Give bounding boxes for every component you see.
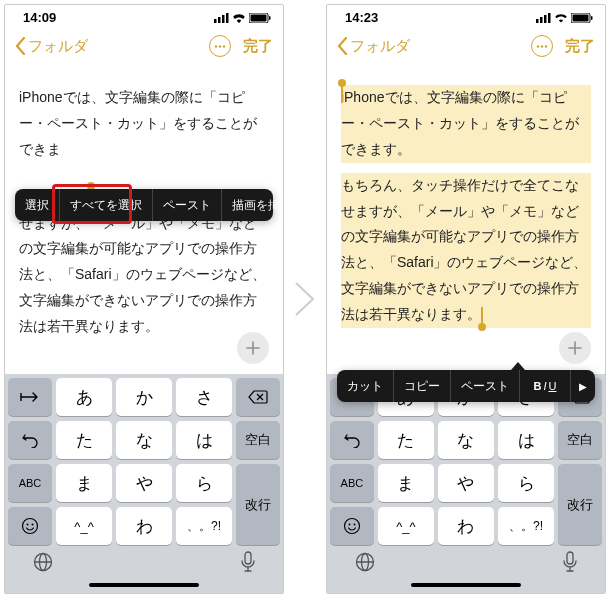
svg-point-25 <box>537 45 539 47</box>
popover-select-all[interactable]: すべてを選択 <box>60 189 153 221</box>
home-indicator[interactable] <box>89 583 199 587</box>
more-button[interactable] <box>531 35 553 57</box>
svg-rect-3 <box>226 13 229 23</box>
key-sa[interactable]: さ <box>176 378 232 416</box>
svg-rect-2 <box>222 15 225 23</box>
paragraph-2: もちろん、タッチ操作だけで全てこなせますが、「メール」や「メモ」などの文字編集が… <box>341 173 591 328</box>
nav-bar: フォルダ 完了 <box>327 27 605 65</box>
key-face[interactable]: ^_^ <box>378 507 434 545</box>
key-punct[interactable]: 、。?! <box>176 507 232 545</box>
key-undo[interactable] <box>8 421 52 459</box>
key-return[interactable]: 改行 <box>236 464 280 545</box>
key-wa[interactable]: わ <box>438 507 494 545</box>
svg-point-7 <box>215 45 217 47</box>
key-ha[interactable]: は <box>176 421 232 459</box>
key-space[interactable]: 空白 <box>236 421 280 459</box>
key-na[interactable]: な <box>116 421 172 459</box>
popover-insert-drawing[interactable]: 描画を挿入 <box>222 189 284 221</box>
more-button[interactable] <box>209 35 231 57</box>
key-wa[interactable]: わ <box>116 507 172 545</box>
svg-rect-24 <box>591 16 593 20</box>
svg-rect-35 <box>567 552 573 564</box>
key-emoji[interactable] <box>330 507 374 545</box>
svg-rect-18 <box>536 19 539 23</box>
home-indicator[interactable] <box>411 583 521 587</box>
svg-point-27 <box>545 45 547 47</box>
back-label: フォルダ <box>28 37 88 56</box>
popover-copy[interactable]: コピー <box>394 370 451 402</box>
triangle-right-icon: ▶ <box>579 381 587 392</box>
key-punct[interactable]: 、。?! <box>498 507 554 545</box>
key-arrow[interactable] <box>8 378 52 416</box>
svg-point-31 <box>353 524 355 526</box>
keyboard: あ か さ た な は 空白 ABC ま や ら 改行 ^_^ わ 、。?! <box>5 374 283 593</box>
key-ta[interactable]: た <box>56 421 112 459</box>
popover-paste[interactable]: ペースト <box>451 370 520 402</box>
key-emoji[interactable] <box>8 507 52 545</box>
chevron-left-icon <box>15 37 26 55</box>
done-button[interactable]: 完了 <box>565 37 595 56</box>
key-ma[interactable]: ま <box>378 464 434 502</box>
mic-icon <box>240 551 256 573</box>
popover-tail <box>511 362 525 370</box>
globe-icon <box>32 551 54 573</box>
undo-icon <box>21 432 39 448</box>
paragraph-1: iPhoneでは、文字編集の際に「コピー・ペースト・カット」をすることができます… <box>341 85 591 163</box>
popover-biu[interactable]: BIU <box>520 370 571 402</box>
plus-icon <box>245 340 261 356</box>
globe-button[interactable] <box>354 551 376 578</box>
key-na[interactable]: な <box>438 421 494 459</box>
mic-button[interactable] <box>240 551 256 578</box>
svg-point-13 <box>32 524 34 526</box>
ellipsis-icon <box>536 45 548 48</box>
nav-bar: フォルダ 完了 <box>5 27 283 65</box>
chevron-left-icon <box>337 37 348 55</box>
key-ma[interactable]: ま <box>56 464 112 502</box>
add-button[interactable] <box>237 332 269 364</box>
globe-button[interactable] <box>32 551 54 578</box>
popover-cut[interactable]: カット <box>337 370 394 402</box>
key-a[interactable]: あ <box>56 378 112 416</box>
delete-icon <box>248 390 268 404</box>
phone-right: 14:23 フォルダ 完了 iPhoneでは、文字編集の際に「コ <box>326 4 606 594</box>
key-face[interactable]: ^_^ <box>56 507 112 545</box>
add-button[interactable] <box>559 332 591 364</box>
key-ya[interactable]: や <box>438 464 494 502</box>
globe-icon <box>354 551 376 573</box>
key-ra[interactable]: ら <box>498 464 554 502</box>
key-space[interactable]: 空白 <box>558 421 602 459</box>
keyboard: あ か さ た な は 空白 ABC ま や ら 改行 ^_^ わ 、。?! <box>327 374 605 593</box>
transition-arrow <box>292 279 318 319</box>
svg-point-26 <box>541 45 543 47</box>
status-icons <box>536 13 593 23</box>
status-bar: 14:09 <box>5 5 283 27</box>
key-abc[interactable]: ABC <box>8 464 52 502</box>
key-abc[interactable]: ABC <box>330 464 374 502</box>
key-ta[interactable]: た <box>378 421 434 459</box>
key-delete[interactable] <box>236 378 280 416</box>
key-return[interactable]: 改行 <box>558 464 602 545</box>
done-button[interactable]: 完了 <box>243 37 273 56</box>
selection-start-handle[interactable] <box>341 87 343 103</box>
selection-end-handle[interactable] <box>481 307 483 323</box>
smile-icon <box>343 517 361 535</box>
popover-more[interactable]: ▶ <box>571 370 595 402</box>
back-button[interactable]: フォルダ <box>15 37 88 56</box>
back-label: フォルダ <box>350 37 410 56</box>
key-ya[interactable]: や <box>116 464 172 502</box>
back-button[interactable]: フォルダ <box>337 37 410 56</box>
key-ka[interactable]: か <box>116 378 172 416</box>
note-content[interactable]: iPhoneでは、文字編集の際に「コピー・ペースト・カット」をすることができます… <box>327 65 605 346</box>
mic-button[interactable] <box>562 551 578 578</box>
svg-point-9 <box>223 45 225 47</box>
popover-select[interactable]: 選択 <box>15 189 60 221</box>
popover-paste[interactable]: ペースト <box>153 189 222 221</box>
svg-point-12 <box>27 524 29 526</box>
svg-rect-20 <box>544 15 547 23</box>
arrow-right-icon <box>19 391 41 403</box>
key-ra[interactable]: ら <box>176 464 232 502</box>
svg-point-8 <box>219 45 221 47</box>
arrow-right-icon <box>293 279 317 319</box>
key-undo[interactable] <box>330 421 374 459</box>
key-ha[interactable]: は <box>498 421 554 459</box>
